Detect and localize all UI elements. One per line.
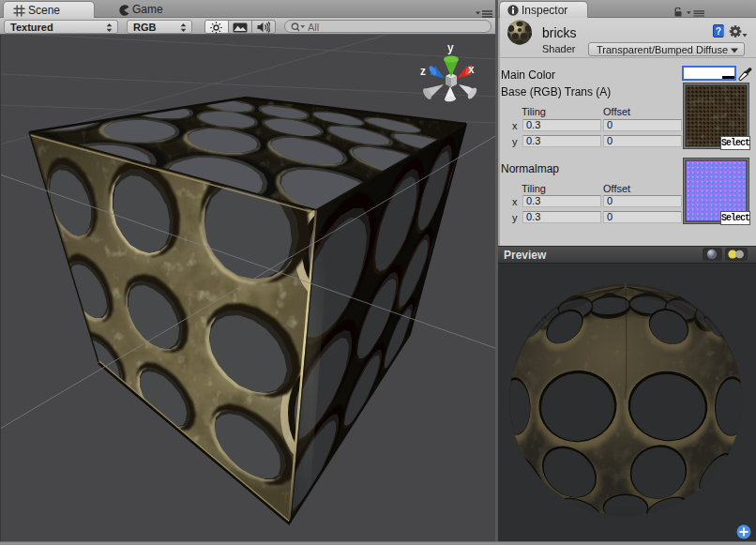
svg-text:z: z [420,65,426,78]
svg-text:?: ? [716,26,721,37]
svg-text:y: y [447,41,454,54]
svg-text:x: x [468,63,475,76]
